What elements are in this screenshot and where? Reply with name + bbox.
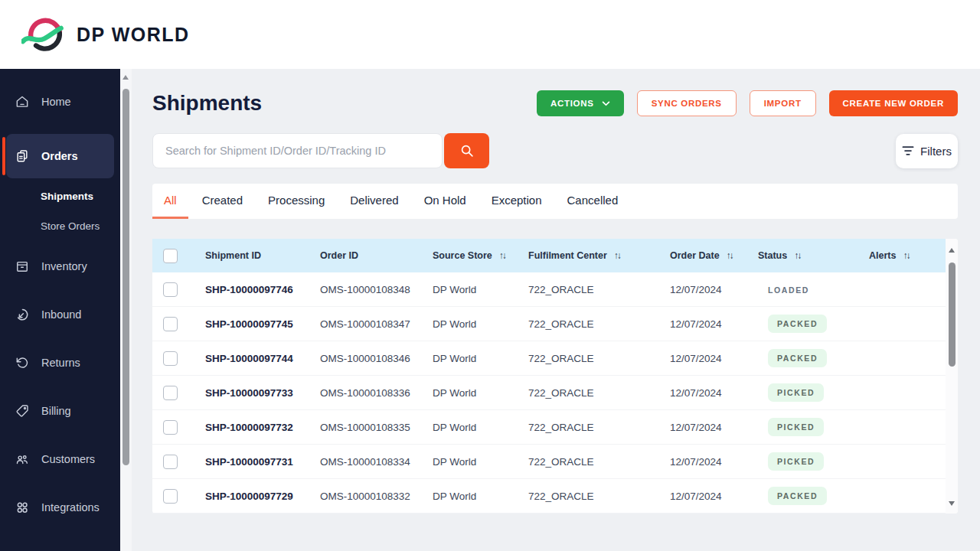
tab-exception[interactable]: Exception — [480, 184, 554, 219]
import-button[interactable]: IMPORT — [750, 90, 816, 116]
cell-shipment-id: SHP-10000097731 — [194, 456, 309, 468]
sidebar-item-store-orders[interactable]: Store Orders — [6, 220, 114, 232]
row-checkbox[interactable] — [163, 282, 178, 297]
sidebar-item-returns[interactable]: Returns — [6, 347, 114, 379]
sort-icon — [499, 250, 505, 261]
scroll-up-icon[interactable] — [949, 248, 955, 253]
brand-wordmark: DP WORLD — [77, 24, 190, 46]
status-tabs: AllCreatedProcessingDeliveredOn HoldExce… — [152, 184, 958, 219]
cell-fulfilment-center: 722_ORACLE — [517, 284, 658, 295]
filters-button[interactable]: Filters — [896, 134, 958, 168]
cell-shipment-id: SHP-10000097733 — [194, 387, 309, 399]
sidebar-item-home[interactable]: Home — [6, 86, 114, 118]
table-row[interactable]: SHP-10000097745 OMS-10000108347 DP World… — [152, 307, 946, 341]
sidebar-scrollbar[interactable] — [120, 69, 132, 551]
row-checkbox[interactable] — [163, 420, 178, 435]
column-header-alerts[interactable]: Alerts — [858, 250, 946, 261]
sidebar-scrollbar-thumb[interactable] — [122, 89, 129, 465]
brand-logo: DP WORLD — [21, 14, 190, 55]
returns-icon — [14, 354, 31, 371]
cell-source-store: DP World — [421, 387, 517, 399]
cell-shipment-id: SHP-10000097732 — [194, 422, 309, 433]
filters-button-label: Filters — [920, 145, 952, 158]
row-checkbox[interactable] — [163, 455, 178, 469]
search-icon — [459, 142, 475, 159]
inbound-icon — [14, 306, 31, 323]
cell-order-date: 12/07/2024 — [658, 422, 746, 433]
sidebar-item-inbound[interactable]: Inbound — [6, 298, 114, 331]
sidebar: Home Orders ShipmentsStore Orders Invent… — [0, 69, 120, 551]
sync-orders-button[interactable]: SYNC ORDERS — [637, 90, 737, 116]
integrations-icon — [14, 499, 31, 516]
cell-source-store: DP World — [421, 491, 517, 502]
tab-all[interactable]: All — [152, 184, 188, 219]
cell-order-id: OMS-10000108334 — [309, 456, 421, 468]
status-badge: PACKED — [768, 487, 827, 505]
tab-processing[interactable]: Processing — [256, 184, 336, 219]
cell-order-id: OMS-10000108346 — [309, 353, 421, 364]
cell-source-store: DP World — [421, 456, 517, 468]
search-input[interactable] — [152, 133, 443, 168]
top-header: DP WORLD — [0, 0, 980, 69]
sort-icon — [903, 250, 909, 261]
row-checkbox[interactable] — [163, 386, 178, 400]
tab-cancelled[interactable]: Cancelled — [556, 184, 630, 219]
sort-icon — [794, 250, 800, 261]
row-checkbox[interactable] — [163, 489, 178, 504]
billing-icon — [14, 403, 31, 419]
cell-order-id: OMS-10000108347 — [309, 318, 421, 330]
table-scrollbar-thumb[interactable] — [949, 262, 956, 367]
sidebar-item-orders[interactable]: Orders — [6, 134, 114, 178]
tab-created[interactable]: Created — [191, 184, 254, 219]
cell-shipment-id: SHP-10000097729 — [194, 491, 309, 502]
cell-order-id: OMS-10000108336 — [309, 387, 421, 399]
cell-fulfilment-center: 722_ORACLE — [517, 353, 658, 364]
status-badge: PICKED — [768, 418, 824, 436]
column-header-fulfilment-center[interactable]: Fulfilment Center — [517, 250, 658, 261]
filter-icon — [902, 145, 914, 156]
sidebar-item-inventory[interactable]: Inventory — [6, 250, 114, 282]
sidebar-item-shipments[interactable]: Shipments — [6, 191, 114, 202]
brand-swirl-icon — [21, 14, 66, 55]
shipments-table: Shipment ID Order ID Source Store Fulfil… — [152, 239, 958, 514]
cell-shipment-id: SHP-10000097745 — [194, 318, 309, 330]
table-body: SHP-10000097746 OMS-10000108348 DP World… — [152, 272, 958, 514]
table-row[interactable]: SHP-10000097744 OMS-10000108346 DP World… — [152, 341, 946, 376]
cell-source-store: DP World — [421, 318, 517, 330]
table-row[interactable]: SHP-10000097733 OMS-10000108336 DP World… — [152, 376, 946, 410]
cell-order-id: OMS-10000108348 — [309, 284, 421, 295]
cell-shipment-id: SHP-10000097746 — [194, 284, 309, 295]
column-header-status[interactable]: Status — [746, 250, 858, 261]
row-checkbox[interactable] — [163, 317, 178, 331]
cell-source-store: DP World — [421, 422, 517, 433]
column-header-order-date[interactable]: Order Date — [658, 250, 746, 261]
status-badge: PACKED — [768, 315, 827, 333]
table-scrollbar[interactable] — [946, 239, 958, 514]
cell-order-date: 12/07/2024 — [658, 284, 746, 295]
search-button[interactable] — [444, 133, 489, 168]
tab-on-hold[interactable]: On Hold — [413, 184, 478, 219]
cell-order-date: 12/07/2024 — [658, 491, 746, 502]
sidebar-item-customers[interactable]: Customers — [6, 443, 114, 475]
sidebar-item-billing[interactable]: Billing — [6, 395, 114, 427]
table-row[interactable]: SHP-10000097731 OMS-10000108334 DP World… — [152, 445, 946, 479]
cell-fulfilment-center: 722_ORACLE — [517, 387, 658, 399]
select-all-checkbox[interactable] — [163, 249, 178, 263]
orders-icon — [14, 148, 31, 165]
sidebar-item-integrations[interactable]: Integrations — [6, 491, 114, 523]
column-header-source-store[interactable]: Source Store — [421, 250, 517, 261]
table-row[interactable]: SHP-10000097746 OMS-10000108348 DP World… — [152, 272, 946, 307]
scroll-down-icon[interactable] — [949, 501, 955, 506]
status-badge: PICKED — [768, 383, 824, 402]
cell-order-date: 12/07/2024 — [658, 387, 746, 399]
create-new-order-button[interactable]: CREATE NEW ORDER — [829, 90, 958, 116]
scroll-up-icon[interactable] — [122, 75, 129, 80]
cell-shipment-id: SHP-10000097744 — [194, 353, 309, 364]
tab-delivered[interactable]: Delivered — [338, 184, 410, 219]
row-checkbox[interactable] — [163, 351, 178, 366]
actions-button[interactable]: ACTIONS — [537, 90, 624, 116]
table-row[interactable]: SHP-10000097729 OMS-10000108332 DP World… — [152, 479, 946, 514]
status-badge: LOADED — [768, 285, 809, 295]
table-row[interactable]: SHP-10000097732 OMS-10000108335 DP World… — [152, 410, 946, 445]
main-content: Shipments ACTIONS SYNC ORDERS IMPORT CRE… — [132, 69, 980, 551]
